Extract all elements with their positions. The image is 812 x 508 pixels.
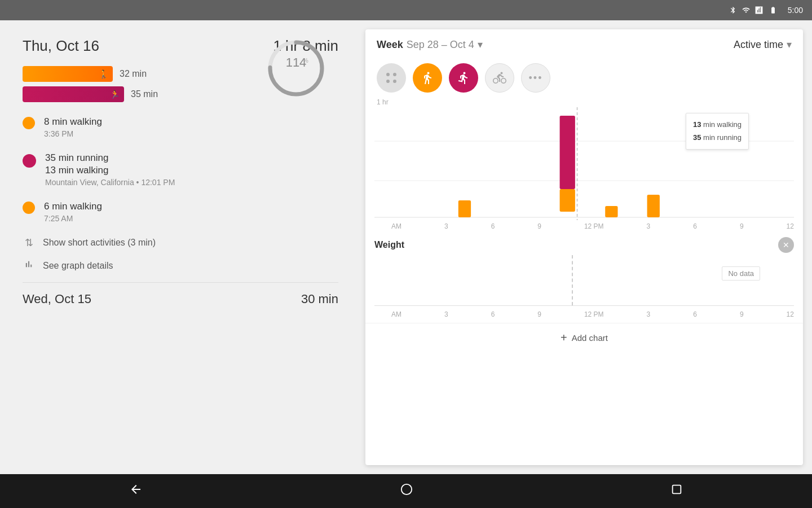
list-item: 8 min walking 3:36 PM <box>23 116 338 138</box>
wx-label-3pm: 3 <box>647 310 651 318</box>
week-range: Sep 28 – Oct 4 <box>407 39 474 51</box>
type-more-button[interactable]: ••• <box>521 63 550 93</box>
tooltip-walk-num: 13 <box>693 120 701 129</box>
right-panel: Week Sep 28 – Oct 4 ▾ Active time ▾ <box>365 29 803 465</box>
activity-dot-running <box>23 154 36 168</box>
signal-icon <box>755 6 763 14</box>
type-run-button[interactable] <box>449 63 478 93</box>
battery-icon <box>767 6 779 14</box>
tooltip-walk-text: min walking <box>703 120 742 129</box>
home-button[interactable] <box>400 483 413 499</box>
svg-rect-13 <box>560 116 575 189</box>
back-button[interactable] <box>129 483 143 500</box>
no-data-badge: No data <box>722 266 760 281</box>
x-label-am: AM <box>391 222 401 230</box>
add-chart-row[interactable]: + Add chart <box>365 323 803 352</box>
activity-name: 8 min walking <box>44 116 102 128</box>
wx-label-3: 3 <box>444 310 448 318</box>
svg-point-7 <box>393 80 396 83</box>
wx-label-12pm: 12 PM <box>584 310 604 318</box>
chart-x-axis: AM 3 6 9 12 PM 3 6 9 12 <box>374 220 794 233</box>
divider <box>23 282 338 283</box>
left-panel: Thu, Oct 16 1 hr 8 min 🚶 32 min 🏃 35 min <box>0 20 361 474</box>
walking-bar: 🚶 <box>23 66 113 82</box>
chart-area: 13 min walking 35 min running <box>374 107 794 220</box>
x-label-12pm: 12 PM <box>584 222 604 230</box>
day-title: Thu, Oct 16 <box>23 37 99 55</box>
walking-bar-label: 32 min <box>120 69 147 79</box>
weight-section: Weight ✕ No data AM 3 6 9 12 PM 3 6 9 12 <box>365 233 803 321</box>
metric-label: Active time <box>734 39 783 51</box>
progress-ring: 114 % <box>265 37 327 99</box>
walk-bar-icon: 🚶 <box>99 69 108 78</box>
metric-dropdown-arrow[interactable]: ▾ <box>787 38 792 51</box>
svg-point-5 <box>393 73 396 76</box>
status-icons: 5:00 <box>729 5 803 15</box>
close-weight-button[interactable]: ✕ <box>778 237 794 253</box>
wednesday-total: 30 min <box>301 292 338 306</box>
active-time-chart-section: 1 hr <box>365 98 803 233</box>
see-graph-label: See graph details <box>43 261 113 271</box>
weight-x-axis: AM 3 6 9 12 PM 3 6 9 12 <box>374 308 794 321</box>
weight-title: Weight <box>374 240 404 250</box>
chart-tooltip: 13 min walking 35 min running <box>686 113 749 150</box>
running-bar-label: 35 min <box>131 89 158 99</box>
tooltip-run-text: min running <box>703 133 742 142</box>
wx-label-6: 6 <box>491 310 495 318</box>
activity-name-walk: 13 min walking <box>45 164 175 177</box>
wednesday-title: Wed, Oct 15 <box>23 292 91 306</box>
wx-label-am: AM <box>391 310 401 318</box>
type-bike-button[interactable] <box>485 63 514 93</box>
week-selector[interactable]: Week Sep 28 – Oct 4 ▾ <box>377 38 483 51</box>
show-short-activities-row[interactable]: ⇅ Show short activities (3 min) <box>23 237 338 249</box>
weight-chart: No data <box>374 255 794 306</box>
tooltip-run-num: 35 <box>693 133 701 142</box>
status-time: 5:00 <box>788 6 803 15</box>
add-chart-label: Add chart <box>572 333 608 343</box>
type-all-button[interactable] <box>377 63 406 93</box>
wx-label-12: 12 <box>787 310 794 318</box>
bluetooth-icon <box>729 5 737 15</box>
wx-label-9: 9 <box>537 310 541 318</box>
status-bar: 5:00 <box>0 0 812 20</box>
svg-rect-14 <box>560 189 575 212</box>
expand-icon: ⇅ <box>23 237 35 249</box>
svg-text:%: % <box>303 57 308 64</box>
graph-icon <box>23 259 35 272</box>
activity-time: 3:36 PM <box>44 129 102 138</box>
weight-header: Weight ✕ <box>374 237 794 253</box>
svg-rect-15 <box>605 206 617 217</box>
metric-selector[interactable]: Active time ▾ <box>734 38 792 51</box>
main-content: Thu, Oct 16 1 hr 8 min 🚶 32 min 🏃 35 min <box>0 20 812 474</box>
wx-label-6pm: 6 <box>693 310 697 318</box>
svg-rect-12 <box>458 200 471 217</box>
card-header: Week Sep 28 – Oct 4 ▾ Active time ▾ <box>365 29 803 58</box>
svg-point-4 <box>386 73 390 76</box>
activity-text: 35 min running 13 min walking Mountain V… <box>45 152 175 187</box>
type-walk-button[interactable] <box>413 63 442 93</box>
activity-name2: 6 min walking <box>44 200 102 213</box>
x-label-9: 9 <box>537 222 541 230</box>
week-label: Week <box>377 39 403 51</box>
run-bar-icon: 🏃 <box>110 90 120 99</box>
svg-point-17 <box>401 484 412 494</box>
activity-location: Mountain View, California • 12:01 PM <box>45 178 175 187</box>
activity-list: 8 min walking 3:36 PM 35 min running 13 … <box>23 116 338 223</box>
wx-label-9pm: 9 <box>740 310 744 318</box>
svg-rect-16 <box>647 195 660 217</box>
recents-button[interactable] <box>670 483 683 499</box>
add-chart-icon: + <box>561 331 567 344</box>
activity-dot-walking2 <box>23 202 35 214</box>
x-label-9pm: 9 <box>740 222 744 230</box>
see-graph-row[interactable]: See graph details <box>23 259 338 272</box>
x-label-3: 3 <box>444 222 448 230</box>
activity-text: 6 min walking 7:25 AM <box>44 200 102 223</box>
chart-y-label: 1 hr <box>374 98 794 107</box>
activity-time2: 7:25 AM <box>44 214 102 223</box>
week-dropdown-arrow[interactable]: ▾ <box>478 38 483 51</box>
running-bar: 🏃 <box>23 86 124 102</box>
x-label-6: 6 <box>491 222 495 230</box>
wednesday-header: Wed, Oct 15 30 min <box>23 292 338 306</box>
tooltip-line1: 13 min walking <box>693 118 742 131</box>
list-item: 35 min running 13 min walking Mountain V… <box>23 152 338 187</box>
